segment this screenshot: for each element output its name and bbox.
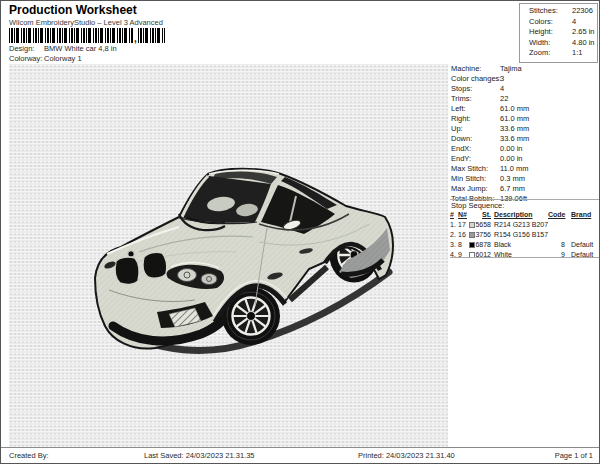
info-left: Left:61.0 mm [451, 104, 599, 114]
info-min-stitch: Min Stitch:0.3 mm [451, 174, 599, 184]
stop-sequence-row: 2. 16 3756 R154 G156 B157 [450, 231, 600, 241]
stop-sequence-title: Stop Sequence: [451, 201, 504, 210]
car-headlight-lens-1 [178, 269, 197, 282]
info-endx: EndX:0.00 in [451, 144, 599, 154]
page-title: Production Worksheet [9, 3, 137, 17]
car-kidney-grille-left [115, 257, 139, 284]
info-trims: Trims:22 [451, 94, 599, 104]
design-value: BMW White car 4,8 in [44, 44, 117, 53]
colorway-row: Colorway: Colorway 1 [9, 54, 82, 63]
stop-sequence-row: 3. 8 6878 Black 8 Default [450, 241, 600, 251]
design-label: Design: [9, 44, 41, 53]
machine-info-panel: Machine:Tajima Color changes:3 Stops:4 T… [451, 64, 599, 204]
info-max-jump: Max Jump:6.7 mm [451, 184, 599, 194]
stop-sequence-bottom-divider [450, 257, 599, 258]
design-summary-box: Stitches:22306 Colors:4 Height:2.65 in W… [519, 3, 598, 63]
summary-height: Height:2.65 in [529, 27, 597, 38]
production-worksheet-page: Production Worksheet Wilcom EmbroiderySt… [0, 0, 600, 464]
footer-printed: Printed: 24/03/2023 21.31.40 [358, 451, 455, 460]
footer-created-by: Created By: [9, 451, 49, 460]
info-color-changes: Color changes:3 [451, 74, 599, 84]
summary-stitches: Stitches:22306 [529, 6, 597, 17]
summary-zoom: Zoom:1:1 [529, 48, 597, 59]
stop-sequence-row: 1. 17 5658 R214 G213 B207 [450, 221, 600, 231]
stop-sequence-table: # N# St. Description Code Brand 1. 17 56… [450, 211, 600, 261]
barcode-bars-left [9, 28, 133, 43]
info-machine: Machine:Tajima [451, 64, 599, 74]
info-right: Right:61.0 mm [451, 114, 599, 124]
info-endy: EndY:0.00 in [451, 154, 599, 164]
info-stops: Stops:4 [451, 84, 599, 94]
car-kidney-grille-right [143, 252, 167, 278]
footer-divider [1, 447, 600, 448]
info-up: Up:33.6 mm [451, 124, 599, 134]
colorway-value: Colorway 1 [44, 54, 82, 63]
stop-sequence-row: 4. 9 6012 White 9 Default [450, 251, 600, 261]
design-preview-car [9, 64, 448, 447]
footer-last-saved: Last Saved: 24/03/2023 21.31.35 [144, 451, 255, 460]
info-down: Down:33.6 mm [451, 134, 599, 144]
design-barcode: , [9, 28, 165, 43]
summary-width: Width:4.80 in [529, 38, 597, 49]
design-canvas [9, 64, 448, 447]
car-headlight-lens-2 [201, 274, 217, 285]
design-row: Design: BMW White car 4,8 in [9, 44, 117, 53]
footer-page-number: Page 1 of 1 [555, 451, 593, 460]
app-subtitle: Wilcom EmbroideryStudio – Level 3 Advanc… [9, 18, 163, 27]
stop-sequence-header: # N# St. Description Code Brand [450, 211, 600, 221]
colorway-label: Colorway: [9, 54, 41, 63]
stop-sequence-divider [450, 199, 599, 200]
summary-colors: Colors:4 [529, 17, 597, 28]
barcode-bars-right [138, 28, 165, 43]
info-max-stitch: Max Stitch:11.0 mm [451, 164, 599, 174]
bmw-roundel-icon [128, 251, 134, 257]
